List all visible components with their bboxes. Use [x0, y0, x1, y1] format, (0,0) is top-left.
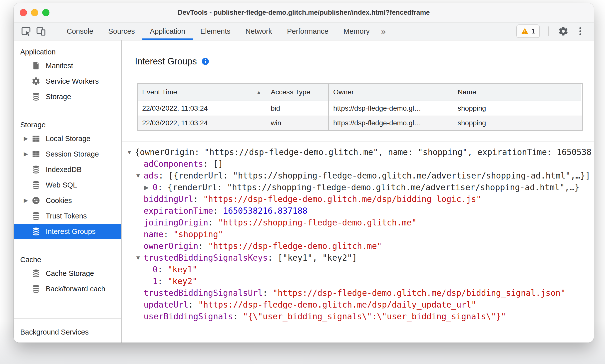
tree-line[interactable]: trustedBiddingSignalsUrl: "https://dsp-f… [122, 287, 594, 299]
sidebar-item-label: Cookies [46, 196, 72, 205]
tree-line[interactable]: ▼{ownerOrigin: "https://dsp-fledge-demo.… [122, 146, 594, 158]
warning-triangle-icon [521, 27, 529, 35]
sidebar-item-interest-groups[interactable]: Interest Groups [14, 224, 121, 239]
tree-line[interactable]: ▼ads: [{renderUrl: "https://shopping-fle… [122, 170, 594, 182]
tree-line[interactable]: joiningOrigin: "https://shopping-fledge-… [122, 217, 594, 228]
sidebar-item-service-workers[interactable]: Service Workers [14, 73, 121, 89]
cell: shopping [453, 101, 581, 116]
sidebar-item-label: Cache Storage [46, 269, 94, 278]
tab-network[interactable]: Network [238, 22, 280, 40]
tree-line[interactable]: name: "shopping" [122, 228, 594, 240]
tree-line[interactable]: 1: "key2" [122, 275, 594, 287]
tree-line[interactable]: ▶0: {renderUrl: "https://shopping-fledge… [122, 182, 594, 193]
collapse-arrow-icon[interactable]: ▼ [126, 146, 132, 158]
toolbar-right-icons: 1 [516, 22, 594, 40]
collapse-arrow-icon[interactable]: ▼ [135, 170, 141, 182]
tree-line[interactable]: expirationTime: 1650538216.837188 [122, 205, 594, 217]
minimize-window-button[interactable] [31, 9, 38, 16]
sidebar-section-background-services: Background ServicesBackground Fetch [14, 319, 121, 343]
sidebar-item-cookies[interactable]: ▶Cookies [14, 193, 121, 208]
close-window-button[interactable] [20, 9, 27, 16]
document-icon [31, 61, 41, 70]
tree-line[interactable]: biddingUrl: "https://dsp-fledge-demo.gli… [122, 193, 594, 205]
expand-arrow-icon[interactable]: ▶ [24, 135, 31, 142]
sidebar-item-label: Storage [46, 93, 71, 101]
cell: 22/03/2022, 11:03:24 [138, 116, 266, 130]
token-plain: : [163, 229, 173, 239]
token-plain: : ["key1", "key2"] [268, 253, 357, 263]
expand-arrow-icon[interactable]: ▶ [144, 182, 149, 193]
table-header-row: Event Time▲Access TypeOwnerName [138, 84, 582, 101]
token-name: trustedBiddingSignalsUrl [144, 288, 263, 298]
sidebar-item-back-forward-cach[interactable]: Back/forward cach [14, 281, 121, 297]
collapse-arrow-icon[interactable]: ▼ [135, 252, 141, 264]
column-header-label: Owner [333, 88, 354, 96]
column-header-owner[interactable]: Owner [329, 84, 453, 101]
tab-sources[interactable]: Sources [101, 22, 142, 40]
sidebar-item-label: Trust Tokens [46, 212, 87, 220]
settings-gear-icon[interactable] [557, 25, 569, 37]
sidebar-item-label: Background Fetch [46, 342, 104, 343]
zoom-window-button[interactable] [42, 9, 49, 16]
token-string: "https://dsp-fledge-demo.glitch.me/dsp/d… [198, 300, 476, 310]
sidebar-item-manifest[interactable]: Manifest [14, 58, 121, 73]
tree-line[interactable]: 0: "key1" [122, 264, 594, 275]
devtools-window: DevTools - publisher-fledge-demo.glitch.… [14, 3, 594, 343]
sidebar-item-trust-tokens[interactable]: Trust Tokens [14, 208, 121, 224]
sidebar-item-label: Manifest [46, 62, 73, 70]
traffic-lights [17, 3, 49, 22]
token-string: "key1" [168, 265, 197, 274]
token-string: "https://dsp-fledge-demo.glitch.me/dsp/b… [203, 194, 481, 204]
sidebar-item-background-fetch[interactable]: Background Fetch [14, 338, 121, 343]
inspect-element-icon[interactable] [20, 25, 32, 37]
sidebar-item-label: Service Workers [46, 77, 99, 85]
sidebar-item-label: Local Storage [46, 135, 90, 143]
expand-arrow-icon[interactable]: ▶ [24, 151, 31, 157]
tree-line[interactable]: userBiddingSignals: "{\"user_bidding_sig… [122, 311, 594, 322]
issues-warning-badge[interactable]: 1 [516, 24, 540, 38]
token-plain: : [233, 312, 243, 321]
token-plain: : [213, 206, 223, 216]
fetch-icon [31, 341, 41, 343]
tree-line[interactable]: updateUrl: "https://dsp-fledge-demo.glit… [122, 299, 594, 311]
sidebar-item-web-sql[interactable]: Web SQL [14, 177, 121, 193]
token-number: 1650538216.837188 [223, 206, 307, 216]
token-plain: {ownerOrigin: "https://dsp-fledge-demo.g… [135, 147, 592, 157]
sidebar-item-label: Web SQL [46, 181, 77, 189]
sidebar-item-session-storage[interactable]: ▶Session Storage [14, 146, 121, 162]
tab-performance[interactable]: Performance [280, 22, 336, 40]
cookie-icon [31, 196, 41, 205]
sidebar-item-cache-storage[interactable]: Cache Storage [14, 266, 121, 281]
column-header-name[interactable]: Name [453, 84, 581, 101]
info-icon[interactable] [201, 57, 209, 65]
grid-icon [31, 134, 41, 143]
token-name: name [144, 229, 163, 239]
tab-application[interactable]: Application [142, 22, 193, 40]
sidebar-item-local-storage[interactable]: ▶Local Storage [14, 131, 121, 146]
column-header-event-time[interactable]: Event Time▲ [138, 84, 266, 101]
more-tabs-button[interactable]: » [377, 22, 390, 40]
tab-elements[interactable]: Elements [193, 22, 238, 40]
sidebar-item-label: Interest Groups [46, 227, 96, 236]
kebab-menu-icon[interactable] [574, 25, 586, 37]
toolbar-separator [54, 26, 54, 36]
database-icon [31, 269, 41, 278]
table-row[interactable]: 22/03/2022, 11:03:24bidhttps://dsp-fledg… [138, 101, 582, 116]
events-table: Event Time▲Access TypeOwnerName 22/03/20… [137, 83, 583, 131]
tab-console[interactable]: Console [59, 22, 101, 40]
table-row[interactable]: 22/03/2022, 11:03:24winhttps://dsp-fledg… [138, 116, 582, 130]
sidebar-item-indexeddb[interactable]: IndexedDB [14, 162, 121, 177]
token-plain: : [{renderUrl: "https://shopping-fledge-… [159, 171, 591, 181]
token-string: "https://dsp-fledge-demo.glitch.me" [208, 241, 382, 251]
tab-memory[interactable]: Memory [336, 22, 377, 40]
tree-line[interactable]: adComponents: [] [122, 158, 594, 170]
title-bar: DevTools - publisher-fledge-demo.glitch.… [14, 3, 594, 22]
column-header-access-type[interactable]: Access Type [266, 84, 329, 101]
sidebar-item-storage[interactable]: Storage [14, 89, 121, 104]
tree-line[interactable]: ▼trustedBiddingSignalsKeys: ["key1", "ke… [122, 252, 594, 264]
sidebar-item-label: Back/forward cach [46, 285, 105, 293]
device-toolbar-icon[interactable] [35, 25, 47, 37]
expand-arrow-icon[interactable]: ▶ [24, 197, 31, 204]
tree-line[interactable]: ownerOrigin: "https://dsp-fledge-demo.gl… [122, 240, 594, 252]
token-name: updateUrl [144, 300, 188, 310]
